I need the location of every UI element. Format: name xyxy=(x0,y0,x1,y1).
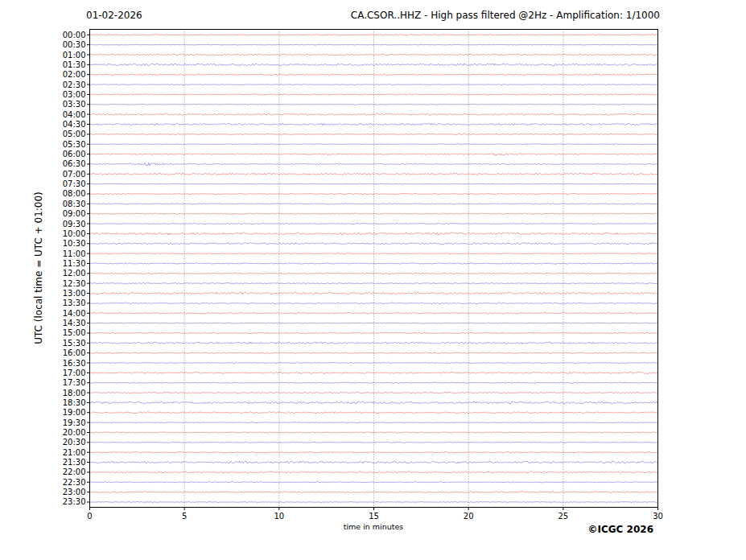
y-tick-label: 08:00 xyxy=(63,189,86,198)
trace-row-17:30 xyxy=(90,382,658,383)
trace-row-14:30 xyxy=(90,323,658,323)
y-tick-label: 04:00 xyxy=(63,110,86,119)
y-tick-label: 07:00 xyxy=(63,170,86,179)
y-tick-label: 19:30 xyxy=(63,418,86,427)
y-axis-label: UTC (local time = UTC + 01:00) xyxy=(33,191,44,344)
y-tick-label: 23:30 xyxy=(63,497,86,506)
x-tick-label: 25 xyxy=(558,512,568,521)
y-tick-label: 11:00 xyxy=(63,249,86,258)
x-tick-label: 15 xyxy=(369,512,379,521)
trace-row-20:30 xyxy=(90,442,658,443)
trace-row-09:00 xyxy=(90,213,658,215)
y-tick-label: 02:30 xyxy=(63,80,86,89)
trace-row-00:00 xyxy=(90,35,658,36)
date-label: 01-02-2026 xyxy=(86,10,142,21)
y-tick-label: 14:00 xyxy=(63,309,86,318)
y-tick-label: 03:00 xyxy=(63,90,86,99)
y-tick-label: 13:30 xyxy=(63,299,86,307)
trace-row-15:00 xyxy=(90,332,658,333)
copyright-label: ©ICGC 2026 xyxy=(587,524,653,535)
trace-row-09:30 xyxy=(90,223,658,224)
trace-row-12:00 xyxy=(90,273,658,274)
y-tick-label: 23:00 xyxy=(63,488,86,496)
helicorder-figure: 01-02-2026 CA.CSOR..HHZ - High pass filt… xyxy=(0,0,746,560)
tick-layer: 05101520253000:0000:3001:0001:3002:0002:… xyxy=(63,31,663,521)
trace-row-23:00 xyxy=(90,492,658,493)
x-tick-label: 0 xyxy=(87,512,92,521)
plot-title: CA.CSOR..HHZ - High pass filtered @2Hz -… xyxy=(351,10,660,21)
trace-row-13:00 xyxy=(90,292,658,294)
y-tick-label: 05:30 xyxy=(63,140,86,149)
x-tick-label: 5 xyxy=(182,512,187,521)
y-tick-label: 19:00 xyxy=(63,408,86,417)
y-tick-label: 11:30 xyxy=(63,259,86,268)
y-tick-label: 22:30 xyxy=(63,478,86,487)
y-tick-label: 03:30 xyxy=(63,100,86,109)
trace-row-03:30 xyxy=(90,104,658,105)
y-tick-label: 10:30 xyxy=(63,239,86,248)
y-tick-label: 17:00 xyxy=(63,369,86,377)
y-tick-label: 15:30 xyxy=(63,339,86,348)
trace-row-18:00 xyxy=(90,392,658,393)
y-tick-label: 06:30 xyxy=(63,159,86,168)
trace-row-02:30 xyxy=(90,84,658,85)
trace-row-14:00 xyxy=(90,312,658,314)
trace-row-04:00 xyxy=(90,113,658,116)
y-tick-label: 01:00 xyxy=(63,51,86,60)
x-tick-label: 10 xyxy=(274,512,284,521)
y-tick-label: 18:30 xyxy=(63,398,86,407)
y-tick-label: 14:30 xyxy=(63,319,86,327)
y-tick-label: 06:00 xyxy=(63,150,86,159)
y-tick-label: 08:30 xyxy=(63,200,86,208)
helicorder-plot: 01-02-2026 CA.CSOR..HHZ - High pass filt… xyxy=(0,0,746,560)
y-tick-label: 22:00 xyxy=(63,467,86,476)
y-tick-label: 21:00 xyxy=(63,448,86,457)
trace-row-11:00 xyxy=(90,253,658,253)
y-tick-label: 10:00 xyxy=(63,229,86,238)
y-tick-label: 01:30 xyxy=(63,60,86,69)
trace-row-05:30 xyxy=(90,144,658,145)
y-tick-label: 13:00 xyxy=(63,289,86,298)
y-tick-label: 15:00 xyxy=(63,328,86,337)
y-tick-label: 07:30 xyxy=(63,179,86,188)
y-tick-label: 02:00 xyxy=(63,70,86,79)
trace-row-19:30 xyxy=(90,422,658,423)
y-tick-label: 00:30 xyxy=(63,40,86,49)
y-tick-label: 12:00 xyxy=(63,269,86,278)
y-tick-label: 12:30 xyxy=(63,279,86,288)
y-tick-label: 20:30 xyxy=(63,438,86,447)
y-tick-label: 18:00 xyxy=(63,389,86,397)
y-tick-label: 20:00 xyxy=(63,428,86,437)
y-tick-label: 04:30 xyxy=(63,120,86,129)
y-tick-label: 16:30 xyxy=(63,359,86,368)
y-tick-label: 09:30 xyxy=(63,220,86,229)
trace-row-04:30 xyxy=(90,123,658,126)
y-tick-label: 21:30 xyxy=(63,458,86,467)
y-tick-label: 09:00 xyxy=(63,209,86,218)
y-tick-label: 17:30 xyxy=(63,378,86,387)
x-axis-label: time in minutes xyxy=(344,522,404,531)
trace-row-02:00 xyxy=(90,74,658,76)
trace-row-16:30 xyxy=(90,362,658,363)
y-tick-label: 00:00 xyxy=(63,31,86,39)
y-tick-label: 05:00 xyxy=(63,130,86,138)
x-tick-label: 20 xyxy=(464,512,474,521)
y-tick-label: 16:00 xyxy=(63,348,86,357)
x-tick-label: 30 xyxy=(653,512,663,521)
trace-row-23:30 xyxy=(90,501,658,502)
trace-row-21:30 xyxy=(90,461,658,463)
grid-layer xyxy=(184,30,563,508)
trace-row-22:30 xyxy=(90,482,658,483)
